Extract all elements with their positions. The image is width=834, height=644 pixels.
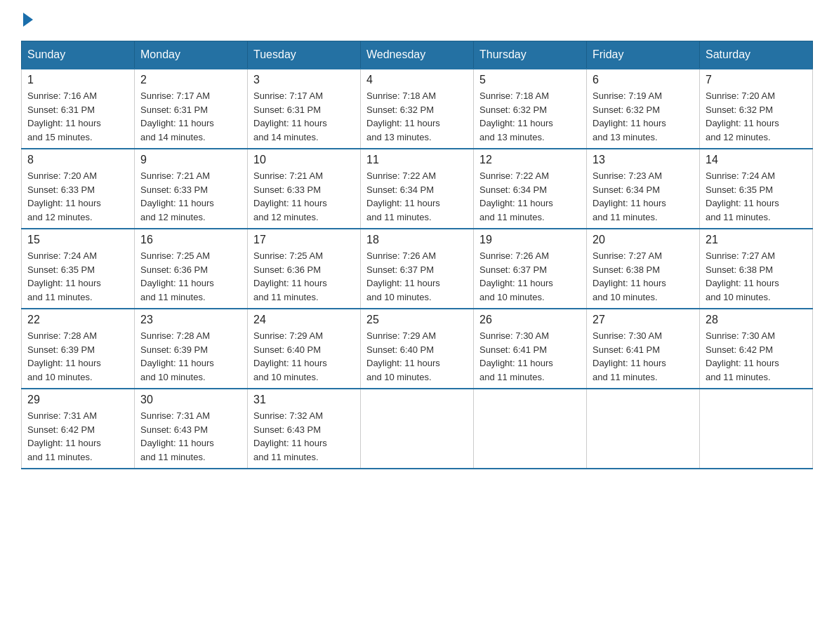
calendar-cell: 18 Sunrise: 7:26 AM Sunset: 6:37 PM Dayl… [361,229,474,309]
calendar-cell [474,389,587,469]
day-number: 28 [706,314,807,326]
day-number: 31 [253,394,355,406]
day-info: Sunrise: 7:25 AM Sunset: 6:36 PM Dayligh… [140,249,241,304]
calendar-cell: 20 Sunrise: 7:27 AM Sunset: 6:38 PM Dayl… [587,229,700,309]
calendar-cell: 30 Sunrise: 7:31 AM Sunset: 6:43 PM Dayl… [135,389,248,469]
day-info: Sunrise: 7:21 AM Sunset: 6:33 PM Dayligh… [140,169,241,224]
calendar-header-row: SundayMondayTuesdayWednesdayThursdayFrid… [22,41,813,69]
day-info: Sunrise: 7:29 AM Sunset: 6:40 PM Dayligh… [366,329,468,384]
calendar-cell: 14 Sunrise: 7:24 AM Sunset: 6:35 PM Dayl… [700,149,813,229]
day-number: 22 [27,314,128,326]
day-info: Sunrise: 7:20 AM Sunset: 6:32 PM Dayligh… [706,89,807,144]
day-info: Sunrise: 7:31 AM Sunset: 6:43 PM Dayligh… [140,409,241,464]
calendar-cell: 12 Sunrise: 7:22 AM Sunset: 6:34 PM Dayl… [474,149,587,229]
day-info: Sunrise: 7:30 AM Sunset: 6:41 PM Dayligh… [593,329,694,384]
day-info: Sunrise: 7:18 AM Sunset: 6:32 PM Dayligh… [366,89,468,144]
column-header-tuesday: Tuesday [248,41,361,69]
calendar-week-row: 1 Sunrise: 7:16 AM Sunset: 6:31 PM Dayli… [22,69,813,149]
column-header-wednesday: Wednesday [361,41,474,69]
logo-arrow-icon [23,13,33,27]
day-info: Sunrise: 7:22 AM Sunset: 6:34 PM Dayligh… [366,169,468,224]
calendar-week-row: 29 Sunrise: 7:31 AM Sunset: 6:42 PM Dayl… [22,389,813,469]
calendar-cell: 25 Sunrise: 7:29 AM Sunset: 6:40 PM Dayl… [361,309,474,389]
calendar-cell: 15 Sunrise: 7:24 AM Sunset: 6:35 PM Dayl… [22,229,135,309]
column-header-saturday: Saturday [700,41,813,69]
day-number: 7 [706,74,807,86]
calendar-cell: 3 Sunrise: 7:17 AM Sunset: 6:31 PM Dayli… [248,69,361,149]
calendar-cell: 2 Sunrise: 7:17 AM Sunset: 6:31 PM Dayli… [135,69,248,149]
day-number: 5 [479,74,581,86]
day-number: 10 [253,154,355,166]
day-number: 19 [479,234,581,246]
day-number: 29 [27,394,128,406]
day-info: Sunrise: 7:31 AM Sunset: 6:42 PM Dayligh… [27,409,128,464]
day-number: 4 [366,74,468,86]
day-number: 18 [366,234,468,246]
day-info: Sunrise: 7:25 AM Sunset: 6:36 PM Dayligh… [253,249,355,304]
calendar-cell: 19 Sunrise: 7:26 AM Sunset: 6:37 PM Dayl… [474,229,587,309]
day-info: Sunrise: 7:32 AM Sunset: 6:43 PM Dayligh… [253,409,355,464]
day-number: 8 [27,154,128,166]
calendar-cell: 5 Sunrise: 7:18 AM Sunset: 6:32 PM Dayli… [474,69,587,149]
calendar-cell: 6 Sunrise: 7:19 AM Sunset: 6:32 PM Dayli… [587,69,700,149]
day-info: Sunrise: 7:22 AM Sunset: 6:34 PM Dayligh… [479,169,581,224]
day-info: Sunrise: 7:26 AM Sunset: 6:37 PM Dayligh… [479,249,581,304]
day-info: Sunrise: 7:24 AM Sunset: 6:35 PM Dayligh… [27,249,128,304]
calendar-cell: 1 Sunrise: 7:16 AM Sunset: 6:31 PM Dayli… [22,69,135,149]
calendar-cell: 24 Sunrise: 7:29 AM Sunset: 6:40 PM Dayl… [248,309,361,389]
day-info: Sunrise: 7:28 AM Sunset: 6:39 PM Dayligh… [27,329,128,384]
calendar-cell: 29 Sunrise: 7:31 AM Sunset: 6:42 PM Dayl… [22,389,135,469]
calendar-cell: 8 Sunrise: 7:20 AM Sunset: 6:33 PM Dayli… [22,149,135,229]
day-number: 30 [140,394,241,406]
day-number: 9 [140,154,241,166]
calendar-cell: 4 Sunrise: 7:18 AM Sunset: 6:32 PM Dayli… [361,69,474,149]
column-header-thursday: Thursday [474,41,587,69]
day-number: 21 [706,234,807,246]
day-number: 23 [140,314,241,326]
calendar-cell [361,389,474,469]
day-number: 24 [253,314,355,326]
calendar-cell [700,389,813,469]
day-number: 6 [593,74,694,86]
day-info: Sunrise: 7:24 AM Sunset: 6:35 PM Dayligh… [706,169,807,224]
day-number: 15 [27,234,128,246]
day-number: 26 [479,314,581,326]
day-info: Sunrise: 7:27 AM Sunset: 6:38 PM Dayligh… [706,249,807,304]
day-info: Sunrise: 7:26 AM Sunset: 6:37 PM Dayligh… [366,249,468,304]
calendar-cell [587,389,700,469]
day-number: 11 [366,154,468,166]
calendar-week-row: 15 Sunrise: 7:24 AM Sunset: 6:35 PM Dayl… [22,229,813,309]
day-info: Sunrise: 7:17 AM Sunset: 6:31 PM Dayligh… [253,89,355,144]
day-info: Sunrise: 7:18 AM Sunset: 6:32 PM Dayligh… [479,89,581,144]
day-info: Sunrise: 7:29 AM Sunset: 6:40 PM Dayligh… [253,329,355,384]
day-info: Sunrise: 7:27 AM Sunset: 6:38 PM Dayligh… [593,249,694,304]
calendar-cell: 11 Sunrise: 7:22 AM Sunset: 6:34 PM Dayl… [361,149,474,229]
calendar-cell: 23 Sunrise: 7:28 AM Sunset: 6:39 PM Dayl… [135,309,248,389]
calendar-cell: 13 Sunrise: 7:23 AM Sunset: 6:34 PM Dayl… [587,149,700,229]
day-info: Sunrise: 7:20 AM Sunset: 6:33 PM Dayligh… [27,169,128,224]
calendar-week-row: 22 Sunrise: 7:28 AM Sunset: 6:39 PM Dayl… [22,309,813,389]
column-header-sunday: Sunday [22,41,135,69]
day-info: Sunrise: 7:16 AM Sunset: 6:31 PM Dayligh… [27,89,128,144]
calendar-cell: 22 Sunrise: 7:28 AM Sunset: 6:39 PM Dayl… [22,309,135,389]
day-number: 14 [706,154,807,166]
calendar-cell: 10 Sunrise: 7:21 AM Sunset: 6:33 PM Dayl… [248,149,361,229]
day-info: Sunrise: 7:17 AM Sunset: 6:31 PM Dayligh… [140,89,241,144]
column-header-monday: Monday [135,41,248,69]
day-info: Sunrise: 7:21 AM Sunset: 6:33 PM Dayligh… [253,169,355,224]
calendar-week-row: 8 Sunrise: 7:20 AM Sunset: 6:33 PM Dayli… [22,149,813,229]
day-number: 12 [479,154,581,166]
day-number: 17 [253,234,355,246]
day-number: 20 [593,234,694,246]
day-info: Sunrise: 7:19 AM Sunset: 6:32 PM Dayligh… [593,89,694,144]
day-info: Sunrise: 7:23 AM Sunset: 6:34 PM Dayligh… [593,169,694,224]
column-header-friday: Friday [587,41,700,69]
day-number: 13 [593,154,694,166]
day-number: 2 [140,74,241,86]
day-number: 16 [140,234,241,246]
calendar-cell: 31 Sunrise: 7:32 AM Sunset: 6:43 PM Dayl… [248,389,361,469]
calendar-cell: 27 Sunrise: 7:30 AM Sunset: 6:41 PM Dayl… [587,309,700,389]
page-header [21,14,813,27]
calendar-table: SundayMondayTuesdayWednesdayThursdayFrid… [21,41,813,469]
day-info: Sunrise: 7:30 AM Sunset: 6:41 PM Dayligh… [479,329,581,384]
